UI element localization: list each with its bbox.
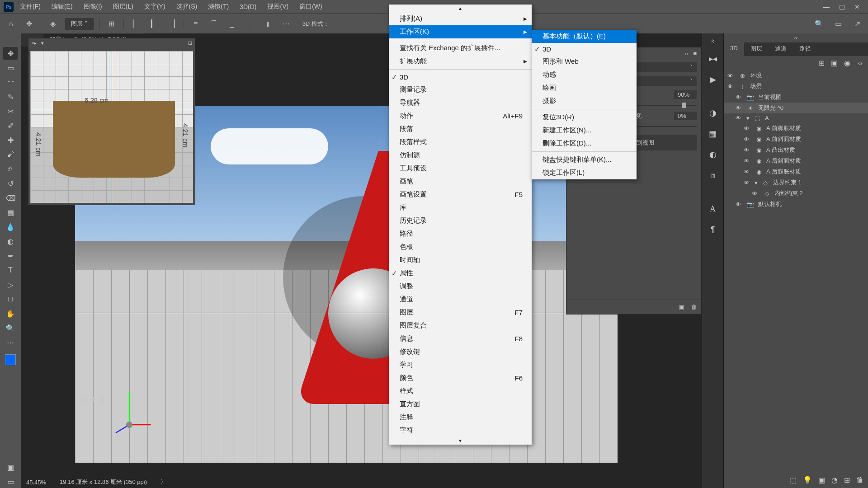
menu-item-essentials[interactable]: 基本功能（默认）(E) [532, 30, 637, 43]
delete-light-icon[interactable]: 🗑 [691, 304, 697, 310]
menu-item-motion[interactable]: 动感 [532, 68, 637, 81]
align-top-icon[interactable]: ⎴ [208, 18, 220, 30]
menu-item-info[interactable]: 信息F8 [389, 332, 532, 345]
menu-item-learn[interactable]: 学习 [389, 358, 532, 371]
menu-item-swatches[interactable]: 色板 [389, 240, 532, 253]
expand-icon[interactable]: ›› [685, 50, 689, 57]
history-panel-icon[interactable]: ▸◂ [707, 52, 719, 65]
tab-paths[interactable]: 路径 [793, 42, 817, 56]
dodge-tool[interactable]: ◐ [3, 235, 18, 248]
menu-view[interactable]: 视图(V) [263, 1, 293, 13]
menu-item-navigator[interactable]: 导航器 [389, 96, 532, 109]
color-panel-icon[interactable]: ◑ [707, 107, 719, 119]
auto-select-icon[interactable]: ◈ [47, 18, 59, 30]
libraries-panel-icon[interactable]: ⧈ [707, 169, 719, 182]
delete-icon[interactable]: 🗑 [856, 476, 863, 484]
hand-tool[interactable]: ✋ [3, 307, 18, 320]
tree-row-material[interactable]: 👁◉A 前膨胀材质 [724, 123, 868, 134]
pan-icon[interactable]: ✥ [90, 395, 96, 404]
panel-close-icon[interactable]: ×▸ [31, 40, 37, 46]
menu-item-exchange[interactable]: 查找有关 Exchange 的扩展插件... [389, 42, 532, 55]
crop-tool[interactable]: ✂ [3, 105, 18, 117]
maximize-button[interactable]: ▢ [835, 2, 849, 12]
align-bottom-icon[interactable]: ⎵ [244, 18, 256, 30]
menu-item-measure[interactable]: 测量记录 [389, 83, 532, 96]
marquee-tool[interactable]: ▭ [3, 61, 18, 74]
tree-row-environment[interactable]: 👁⊕环境 [724, 70, 868, 81]
layer-select-dropdown[interactable]: 图层 ˅ [65, 18, 94, 30]
tree-row-material[interactable]: 👁◉A 后膨胀材质 [724, 166, 868, 177]
clone-stamp-tool[interactable]: ⎌ [3, 163, 18, 175]
tree-row-internal[interactable]: 👁◇内部约束 2 [724, 188, 868, 199]
menu-item-histogram[interactable]: 直方图 [389, 398, 532, 411]
scroll-up-icon[interactable]: ▲ [389, 5, 532, 12]
eyedropper-tool[interactable]: ✐ [3, 119, 18, 132]
intensity-slider[interactable] [682, 103, 686, 108]
menu-item-character[interactable]: 字符 [389, 424, 532, 437]
menu-file[interactable]: 文件(F) [15, 1, 45, 13]
menu-item-brush-settings[interactable]: 画笔设置F5 [389, 188, 532, 201]
menu-item-notes[interactable]: 注释 [389, 411, 532, 424]
menu-item-paragraph-styles[interactable]: 段落样式 [389, 136, 532, 149]
menu-item-photography[interactable]: 摄影 [532, 94, 637, 108]
filter-scene-icon[interactable]: ⊞ [819, 59, 825, 67]
menu-item-painting[interactable]: 绘画 [532, 81, 637, 94]
move-tool[interactable]: ✥ [3, 47, 18, 60]
menu-item-graphics-web[interactable]: 图形和 Web [532, 55, 637, 68]
render-icon[interactable]: ◔ [831, 476, 838, 484]
menu-item-clone-source[interactable]: 仿制源 [389, 149, 532, 162]
character-panel-icon[interactable]: A [707, 202, 719, 215]
menu-image[interactable]: 图像(I) [79, 1, 107, 13]
align-right-icon[interactable]: ▕ [165, 18, 178, 30]
menu-item-3d[interactable]: 3D [389, 71, 532, 83]
collapse-panels-icon[interactable]: ‹‹ [724, 33, 868, 42]
menu-item-channels[interactable]: 通道 [389, 293, 532, 306]
menu-item-layers[interactable]: 图层F7 [389, 306, 532, 319]
swatches-panel-icon[interactable]: ▦ [707, 127, 719, 140]
quick-select-tool[interactable]: ✎ [3, 90, 18, 103]
edit-toolbar[interactable]: ⋯ [3, 336, 18, 349]
menu-window[interactable]: 窗口(W) [295, 1, 327, 13]
orbit-icon[interactable]: ⊕ [80, 395, 85, 404]
panel-menu-icon[interactable]: ▾ [41, 40, 44, 46]
gradient-tool[interactable]: ▦ [3, 206, 18, 219]
menu-item-paths[interactable]: 路径 [389, 227, 532, 240]
tab-layers[interactable]: 图层 [744, 42, 769, 56]
intensity-value[interactable]: 90% [674, 90, 697, 99]
menu-select[interactable]: 选择(S) [172, 1, 202, 13]
shape-tool[interactable]: □ [3, 293, 18, 305]
status-flyout-icon[interactable]: 〉 [160, 478, 166, 486]
align-center-icon[interactable]: ▎ [147, 18, 160, 30]
menu-type[interactable]: 文字(Y) [140, 1, 170, 13]
panel-collapse-icon[interactable]: ⊡ [188, 40, 192, 46]
menu-edit[interactable]: 编辑(E) [47, 1, 77, 13]
home-icon[interactable]: ⌂ [5, 18, 17, 30]
tree-row-material[interactable]: 👁◉A 前斜面材质 [724, 134, 868, 145]
tree-row-current-view[interactable]: 👁📷当前视图 [724, 92, 868, 103]
softness-value[interactable]: 0% [674, 112, 697, 120]
more-options-icon[interactable]: ⋯ [280, 18, 292, 30]
minimize-button[interactable]: — [819, 2, 834, 12]
menu-3d[interactable]: 3D(D) [235, 1, 261, 12]
ground-plane-icon[interactable]: ⬚ [790, 476, 797, 484]
menu-item-history[interactable]: 历史记录 [389, 214, 532, 227]
workspace-switcher-icon[interactable]: ▭ [832, 18, 844, 30]
menu-item-properties[interactable]: 属性 [389, 267, 532, 280]
menu-item-libraries[interactable]: 库 [389, 201, 532, 214]
menu-filter[interactable]: 滤镜(T) [203, 1, 233, 13]
menu-item-extensions[interactable]: 扩展功能 [389, 55, 532, 68]
path-select-tool[interactable]: ▷ [3, 278, 18, 291]
share-icon[interactable]: ↗ [851, 18, 863, 30]
play-panel-icon[interactable]: ▶ [707, 73, 719, 86]
menu-item-workspace[interactable]: 工作区(K) [389, 25, 532, 38]
menu-item-delete-ws[interactable]: 删除工作区(D)... [532, 137, 637, 150]
transform-controls-icon[interactable]: ⊞ [105, 18, 118, 30]
align-middle-icon[interactable]: ⎯ [226, 18, 238, 30]
zoom-tool[interactable]: 🔍 [3, 322, 18, 334]
filter-light-icon[interactable]: ☼ [857, 59, 863, 67]
pen-tool[interactable]: ✒ [3, 249, 18, 262]
render-settings-icon[interactable]: ▣ [679, 304, 684, 310]
tree-row-a[interactable]: 👁▾⬚A [724, 113, 868, 123]
menu-item-tool-presets[interactable]: 工具预设 [389, 162, 532, 175]
menu-item-layer-comps[interactable]: 图层复合 [389, 319, 532, 332]
